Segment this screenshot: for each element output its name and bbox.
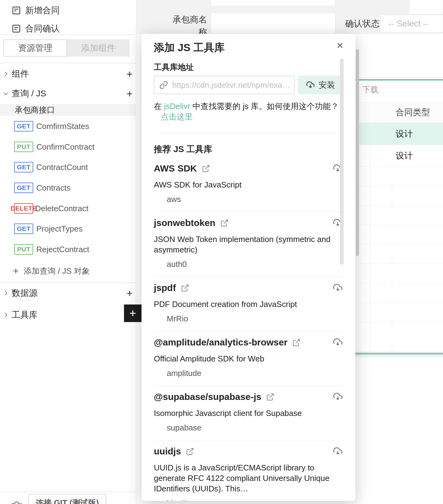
- query-item[interactable]: GET ProjectTypes: [0, 222, 136, 236]
- chevron-right-icon[interactable]: [0, 290, 12, 296]
- table-row[interactable]: [359, 283, 443, 303]
- section-components[interactable]: 组件 +: [0, 67, 136, 81]
- table-row[interactable]: [359, 186, 443, 206]
- external-link-icon[interactable]: [181, 284, 189, 292]
- query-item[interactable]: PUT ConfirmContract: [0, 140, 136, 154]
- divider: [154, 133, 343, 133]
- form-field-top[interactable]: [211, 0, 335, 6]
- external-link-icon[interactable]: [202, 164, 210, 173]
- select-placeholder: -- Select --: [389, 19, 429, 29]
- table-row[interactable]: [359, 322, 443, 352]
- library-author: MrRio: [154, 314, 343, 324]
- section-label: 工具库: [12, 309, 38, 321]
- add-js-library-modal: × 添加 JS 工具库 工具库地址 安装 在 jsDelivr 中查找需要的 j…: [142, 34, 355, 501]
- table-row[interactable]: [359, 206, 443, 225]
- confirm-status-select[interactable]: -- Select --: [380, 15, 443, 33]
- table-row[interactable]: [359, 225, 443, 244]
- click-here-link[interactable]: 点击这里: [161, 112, 193, 121]
- library-author: amplitude: [154, 368, 343, 378]
- jsdelivr-link[interactable]: jsDelivr: [164, 102, 190, 111]
- table-row[interactable]: 设计: [359, 145, 443, 167]
- left-sidebar: 新增合同 合同确认 资源管理 添加组件 组件 + 查询 / JS + 承包商接口…: [0, 0, 136, 504]
- query-item[interactable]: GET ComfirmStates: [0, 119, 136, 133]
- external-link-icon[interactable]: [292, 338, 301, 347]
- add-library-button[interactable]: +: [124, 304, 142, 322]
- table-header-row: 合同类型: [359, 103, 443, 123]
- query-item[interactable]: GET Contracts: [0, 181, 136, 195]
- method-badge-get: GET: [14, 162, 33, 172]
- library-url-input[interactable]: [172, 80, 289, 90]
- section-queries-js[interactable]: 查询 / JS +: [0, 87, 136, 100]
- add-datasource-button[interactable]: +: [126, 288, 133, 298]
- table-row[interactable]: [359, 244, 443, 264]
- page-item-contract-confirm[interactable]: 合同确认: [0, 23, 136, 34]
- library-name: jsonwebtoken: [154, 218, 215, 228]
- api-group-label: 承包商接口: [15, 105, 55, 115]
- download-library-icon[interactable]: [333, 283, 343, 293]
- query-item[interactable]: PUT RejectContract: [0, 243, 136, 256]
- query-name: Contracts: [36, 183, 70, 193]
- form-page-icon: [12, 6, 21, 15]
- form-page-icon: [12, 24, 21, 33]
- query-name: DeleteContract: [35, 204, 88, 213]
- form-field-top-right[interactable]: [409, 0, 443, 14]
- chevron-down-icon[interactable]: [0, 90, 12, 97]
- table-row[interactable]: [359, 303, 443, 322]
- chevron-right-icon[interactable]: [0, 312, 12, 318]
- table-row[interactable]: [359, 167, 443, 186]
- tab-resource-management[interactable]: 资源管理: [3, 39, 67, 57]
- external-link-icon[interactable]: [220, 219, 229, 227]
- modal-scrollbar[interactable]: [340, 58, 344, 265]
- api-group-contractor[interactable]: 承包商接口: [0, 104, 136, 116]
- library-item: jspdf PDF Document creation from JavaScr…: [154, 277, 343, 331]
- section-label: 查询 / JS: [12, 88, 46, 99]
- table-row[interactable]: [359, 264, 443, 283]
- method-badge-put: PUT: [14, 244, 33, 255]
- method-badge-get: GET: [14, 183, 33, 193]
- download-library-icon[interactable]: [333, 392, 343, 402]
- chevron-right-icon[interactable]: [0, 71, 12, 77]
- library-description: UUID.js is a JavaScript/ECMAScript libra…: [154, 462, 343, 494]
- add-query-label: 添加查询 / JS 对象: [24, 266, 90, 276]
- query-item[interactable]: GET ContractCount: [0, 160, 136, 174]
- page-item-new-contract[interactable]: 新增合同: [0, 3, 136, 18]
- download-library-icon[interactable]: [333, 446, 343, 457]
- download-library-icon[interactable]: [333, 337, 343, 348]
- close-icon[interactable]: ×: [334, 40, 345, 51]
- download-column-label[interactable]: 下载: [362, 84, 378, 95]
- install-button[interactable]: 安装: [298, 76, 343, 94]
- query-name: ContractCount: [36, 163, 88, 172]
- library-description: Official Amplitude SDK for Web: [154, 353, 343, 364]
- help-text: 中查找需要的 js 库。如何使用这个功能？: [190, 102, 338, 111]
- table-row[interactable]: 设计: [359, 123, 443, 145]
- git-row: 连接 GIT (测试版): [0, 494, 136, 504]
- divider: [0, 63, 136, 63]
- install-label: 安装: [319, 79, 335, 91]
- add-query-button[interactable]: +: [126, 88, 133, 99]
- confirm-status-label: 确认状态: [345, 18, 380, 30]
- query-name: RejectContract: [36, 245, 89, 254]
- query-item[interactable]: DELETE DeleteContract: [0, 202, 136, 215]
- divider: [0, 34, 136, 35]
- page-item-label: 合同确认: [25, 23, 60, 34]
- library-item: AWS SDK AWS SDK for JavaScript aws: [154, 157, 343, 212]
- contractor-name-field[interactable]: [211, 13, 335, 34]
- external-link-icon[interactable]: [186, 447, 194, 456]
- section-label: 数据源: [12, 287, 38, 299]
- library-author: supabase: [154, 423, 343, 433]
- library-author: aws: [154, 194, 343, 204]
- contracts-table: 合同类型 设计 设计: [359, 102, 443, 352]
- panel-tabs: 资源管理 添加组件: [3, 39, 130, 57]
- library-description: Isomorphic Javascript client for Supabas…: [154, 408, 343, 418]
- section-libraries[interactable]: 工具库: [0, 308, 136, 322]
- add-component-button[interactable]: +: [126, 69, 133, 79]
- section-datasources[interactable]: 数据源 +: [0, 286, 136, 300]
- column-header-contract-type[interactable]: 合同类型: [359, 107, 430, 118]
- connect-git-button[interactable]: 连接 GIT (测试版): [28, 494, 106, 504]
- library-list: AWS SDK AWS SDK for JavaScript aws jsonw…: [154, 157, 343, 501]
- page-scrollbar[interactable]: [356, 49, 359, 256]
- add-query-js-object[interactable]: + 添加查询 / JS 对象: [0, 264, 136, 278]
- tab-add-component[interactable]: 添加组件: [67, 39, 130, 57]
- external-link-icon[interactable]: [266, 393, 274, 401]
- table-selection-outline-top: [355, 79, 443, 80]
